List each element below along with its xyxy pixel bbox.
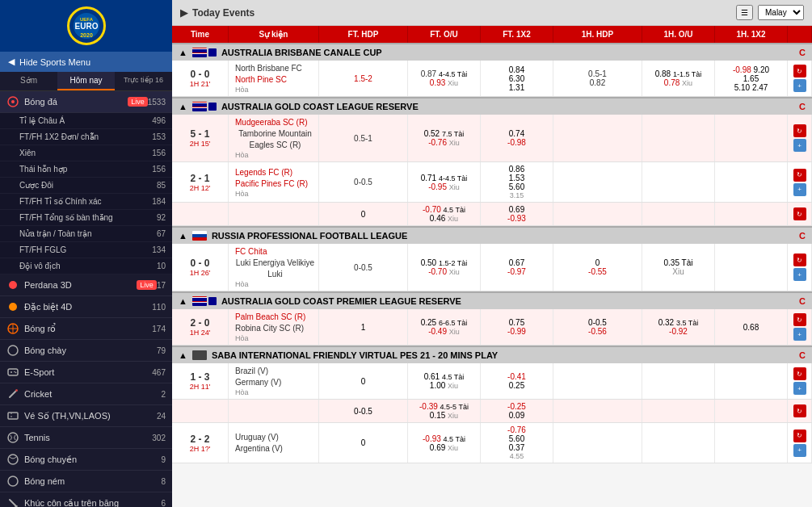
league-russia[interactable]: ▲ RUSSIA PROFESSIONAL FOOTBALL LEAGUE C bbox=[172, 226, 812, 244]
1h-ou-cell bbox=[642, 115, 715, 161]
sub-doivodich[interactable]: Đội vô địch 10 bbox=[0, 258, 172, 274]
sub-xien[interactable]: Xiên 156 bbox=[0, 145, 172, 161]
sidebar-item-cricket[interactable]: Cricket 2 bbox=[0, 383, 172, 405]
ft-ou-cell[interactable]: 0.52 7.5 Tài -0.76 Xiu bbox=[408, 115, 481, 161]
hide-sports-button[interactable]: ◀ Hide Sports Menu bbox=[0, 52, 172, 72]
league-c-btn3[interactable]: C bbox=[799, 231, 806, 241]
ft-1x2-cell[interactable]: -0.41 0.25 bbox=[481, 363, 553, 399]
arrow-icon: ◀ bbox=[8, 57, 15, 67]
tab-tructiep[interactable]: Trực tiếp 16 bbox=[115, 72, 172, 90]
ft-hdp-cell[interactable]: 0-0.5 bbox=[319, 244, 408, 291]
ft-hdp-cell[interactable]: 0.5-1 bbox=[319, 115, 408, 161]
sub-tyle[interactable]: Tỉ lệ Châu Á 496 bbox=[0, 113, 172, 129]
ft-ou-cell[interactable]: 0.61 4.5 Tài 1.00 Xiu bbox=[408, 363, 481, 399]
ft-1x2-cell[interactable]: 0.75 -0.99 bbox=[481, 309, 553, 345]
ft-ou-cell[interactable]: -0.93 4.5 Tài 0.69 Xiu bbox=[408, 423, 481, 463]
ft-1x2-cell[interactable]: -0.25 0.09 bbox=[481, 400, 553, 422]
add-btn[interactable]: + bbox=[793, 183, 806, 196]
ft-ou-cell[interactable]: 0.87 4-4.5 Tài 0.93 Xiu bbox=[408, 61, 481, 96]
sidebar-item-veso[interactable]: Vé Số (TH,VN,LAOS) 24 bbox=[0, 405, 172, 427]
language-select[interactable]: Malay bbox=[758, 5, 804, 20]
view-toggle-button[interactable]: ☰ bbox=[736, 5, 753, 20]
sidebar-item-bongnem[interactable]: Bóng ném 8 bbox=[0, 471, 172, 492]
refresh-btn[interactable]: ↻ bbox=[793, 254, 806, 266]
refresh-btn[interactable]: ↻ bbox=[793, 207, 806, 220]
col-actions bbox=[788, 26, 812, 43]
league-aus-gold[interactable]: ▲ AUSTRALIA GOLD COAST LEAGUE RESERVE C bbox=[172, 97, 812, 115]
sidebar-item-perdana3d[interactable]: Perdana 3D Live 17 bbox=[0, 274, 172, 296]
sidebar-item-bongchay[interactable]: Bóng chày 79 bbox=[0, 340, 172, 362]
ft-ou-cell[interactable]: 0.25 6-6.5 Tài -0.49 Xiu bbox=[408, 309, 481, 345]
refresh-btn[interactable]: ↻ bbox=[793, 313, 806, 326]
sidebar-item-bongchuyen[interactable]: Bóng chuyền 9 bbox=[0, 449, 172, 471]
sub-ftfhtong[interactable]: FT/FH Tổng số bàn thắng 92 bbox=[0, 210, 172, 226]
add-btn[interactable]: + bbox=[793, 444, 806, 457]
refresh-btn[interactable]: ↻ bbox=[793, 404, 806, 417]
ft-1x2-cell[interactable]: 0.74 -0.98 bbox=[481, 115, 553, 161]
table-row: 5 - 1 2H 15' Mudgeeraba SC (R) Tamborine… bbox=[172, 115, 812, 162]
tab-homnay[interactable]: Hôm nay bbox=[57, 72, 115, 90]
refresh-btn[interactable]: ↻ bbox=[793, 169, 806, 182]
refresh-btn[interactable]: ↻ bbox=[793, 124, 806, 137]
sidebar-item-esport[interactable]: E-Sport 467 bbox=[0, 362, 172, 383]
collapse-icon3: ▲ bbox=[179, 231, 187, 241]
sidebar-item-bongda[interactable]: Bóng đá Live 1533 bbox=[0, 91, 172, 113]
league-c-btn5[interactable]: C bbox=[799, 350, 806, 360]
ft-1x2-cell[interactable]: 0.86 1.53 5.60 3.15 bbox=[481, 162, 553, 202]
league-aus-premier[interactable]: ▲ AUSTRALIA GOLD COAST PREMIER LEAGUE RE… bbox=[172, 291, 812, 309]
sub-ftfhts[interactable]: FT/FH Tỉ số Chính xác 184 bbox=[0, 194, 172, 210]
ft-hdp-cell[interactable]: 0 bbox=[319, 203, 408, 225]
add-btn[interactable]: + bbox=[793, 268, 806, 281]
svg-rect-11 bbox=[8, 369, 18, 375]
ft-1x2-cell[interactable]: -0.76 5.60 0.37 4.55 bbox=[481, 423, 553, 463]
add-btn[interactable]: + bbox=[793, 382, 806, 395]
add-btn[interactable]: + bbox=[793, 328, 806, 341]
sidebar-item-bongro[interactable]: Bóng rổ 174 bbox=[0, 318, 172, 340]
expand-icon[interactable]: ▶ bbox=[180, 7, 187, 19]
tab-som[interactable]: Sớm bbox=[0, 72, 57, 90]
ft-1x2-cell[interactable]: 0.69 -0.93 bbox=[481, 203, 553, 225]
action-cell: ↻ bbox=[788, 203, 812, 225]
ft-hdp-cell[interactable]: 0-0.5 bbox=[319, 162, 408, 202]
ft-hdp-cell[interactable]: 0-0.5 bbox=[319, 400, 408, 422]
refresh-btn[interactable]: ↻ bbox=[793, 367, 806, 380]
refresh-btn[interactable]: ↻ bbox=[793, 65, 806, 78]
ft-ou-cell[interactable]: 0.50 1.5-2 Tài -0.70 Xiu bbox=[408, 244, 481, 291]
ft-hdp-cell[interactable]: 0 bbox=[319, 423, 408, 463]
ft-hdp-cell[interactable]: 0 bbox=[319, 363, 408, 399]
add-btn[interactable]: + bbox=[793, 139, 806, 152]
ft-1x2-cell[interactable]: 0.67 -0.97 bbox=[481, 244, 553, 291]
ft-hdp-cell[interactable]: 1 bbox=[319, 309, 408, 345]
league-c-btn2[interactable]: C bbox=[799, 102, 806, 111]
sub-nuatran[interactable]: Nửa trận / Toàn trận 67 bbox=[0, 226, 172, 242]
sidebar: UEFA EURO 2020 ◀ Hide Sports Menu Sớm Hô… bbox=[0, 0, 172, 507]
refresh-btn[interactable]: ↻ bbox=[793, 429, 806, 442]
sub-cuocdoi[interactable]: Cược Đôi 85 bbox=[0, 178, 172, 194]
league-c-btn4[interactable]: C bbox=[799, 296, 806, 306]
1h-hdp-cell[interactable]: 0 -0.55 bbox=[553, 244, 642, 291]
perdana-icon bbox=[6, 279, 19, 291]
1h-1x2-cell[interactable]: 0.68 bbox=[715, 309, 788, 345]
league-c-btn[interactable]: C bbox=[799, 48, 806, 57]
table-row: 2 - 2 2H 1?' Uruguay (V) Argentina (V) 0… bbox=[172, 423, 812, 463]
sidebar-item-tennis[interactable]: Tennis 302 bbox=[0, 427, 172, 449]
add-btn[interactable]: + bbox=[793, 79, 806, 92]
league-saba[interactable]: ▲ SABA INTERNATIONAL FRIENDLY VIRTUAL PE… bbox=[172, 346, 812, 363]
ft-ou-cell[interactable]: -0.39 4.5-5 Tài 0.15 Xiu bbox=[408, 400, 481, 422]
ft-ou-cell[interactable]: 0.71 4-4.5 Tài -0.95 Xiu bbox=[408, 162, 481, 202]
1h-ou-cell[interactable]: 0.35 Tài Xiu bbox=[642, 244, 715, 291]
1h-hdp-cell[interactable]: 0-0.5 -0.56 bbox=[553, 309, 642, 345]
1h-ou-cell[interactable]: 0.88 1-1.5 Tài 0.78 Xiu bbox=[642, 61, 715, 96]
sidebar-item-dacbiet4d[interactable]: Đặc biệt 4D 110 bbox=[0, 296, 172, 318]
ft-1x2-cell[interactable]: 0.84 6.30 1.31 bbox=[481, 61, 553, 96]
sub-ftfhfglg[interactable]: FT/FH FGLG 134 bbox=[0, 242, 172, 258]
ft-hdp-cell[interactable]: 1.5-2 bbox=[319, 61, 408, 96]
ft-ou-cell[interactable]: -0.70 4.5 Tài 0.46 Xiu bbox=[408, 203, 481, 225]
sub-ftfh[interactable]: FT/FH 1X2 Đơn/ chẵn 153 bbox=[0, 129, 172, 145]
sub-thaihonhop[interactable]: Thái hỗn hợp 156 bbox=[0, 161, 172, 178]
sidebar-item-khucconlau[interactable]: Khúc côn cầu trên băng 6 bbox=[0, 492, 172, 507]
1h-hdp-cell[interactable]: 0.5-1 0.82 bbox=[553, 61, 642, 96]
league-aus-brisbane[interactable]: ▲ AUSTRALIA BRISBANE CANALE CUP C bbox=[172, 43, 812, 61]
1h-ou-cell[interactable]: 0.32 3.5 Tài -0.92 bbox=[642, 309, 715, 345]
1h-1x2-cell[interactable]: -0.98 9.20 1.65 5.10 2.47 bbox=[715, 61, 788, 96]
